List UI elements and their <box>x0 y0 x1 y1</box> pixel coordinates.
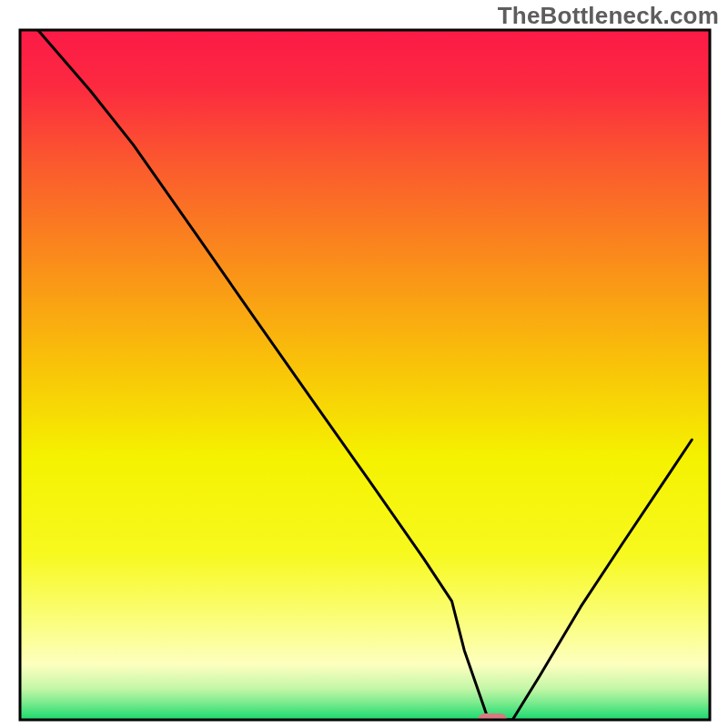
bottleneck-chart <box>0 0 728 728</box>
chart-stage: TheBottleneck.com <box>0 0 728 728</box>
